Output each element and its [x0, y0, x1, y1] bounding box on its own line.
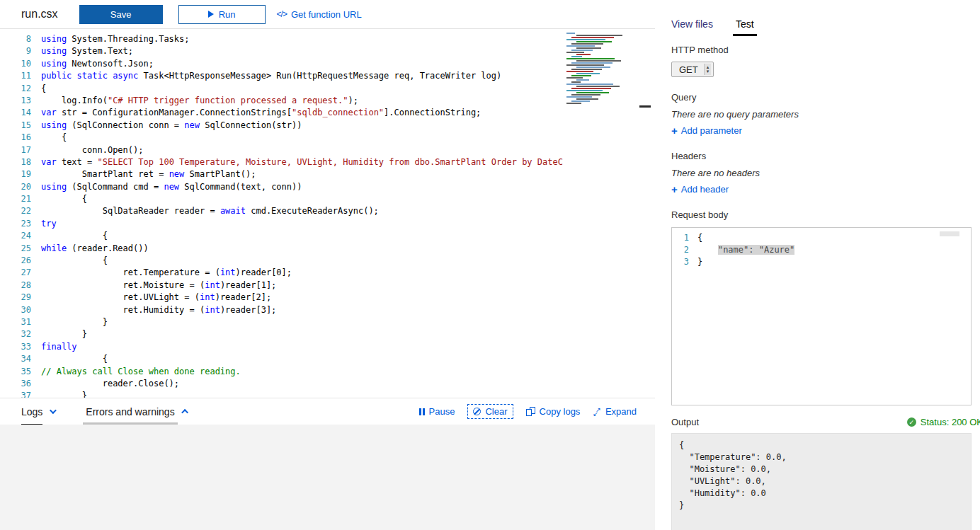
- code-line: 23try: [0, 218, 563, 230]
- code-line: 19 SmartPlant ret = new SmartPlant();: [0, 168, 563, 180]
- line-number: 19: [0, 168, 41, 180]
- line-content: reader.Close();: [41, 378, 179, 390]
- save-button[interactable]: Save: [79, 5, 163, 24]
- line-number: 9: [0, 45, 41, 57]
- line-number: 1: [672, 232, 697, 244]
- copy-logs-button[interactable]: Copy logs: [526, 406, 581, 417]
- line-number: 3: [672, 256, 697, 268]
- editor-scroll-decoration: [940, 231, 959, 236]
- line-number: 21: [0, 193, 41, 205]
- code-line: 24 {: [0, 230, 563, 242]
- line-content: {: [41, 353, 108, 365]
- expand-icon: ↗↙: [593, 408, 601, 416]
- tab-errors-warnings[interactable]: Errors and warnings: [86, 406, 188, 417]
- line-number: 37: [0, 390, 41, 398]
- plus-icon: +: [671, 185, 678, 194]
- code-line: 33finally: [0, 341, 563, 353]
- tab-test[interactable]: Test: [736, 18, 754, 30]
- line-number: 15: [0, 120, 41, 132]
- copy-icon: [526, 407, 535, 416]
- code-line: 36 reader.Close();: [0, 378, 563, 390]
- request-body-editor[interactable]: 1{2 "name": "Azure"3}: [671, 227, 972, 405]
- output-label: Output: [671, 417, 699, 427]
- line-number: 17: [0, 144, 41, 156]
- line-number: 14: [0, 107, 41, 119]
- expand-button[interactable]: ↗↙ Expand: [593, 406, 637, 417]
- line-content: {: [41, 230, 108, 242]
- line-content: while (reader.Read()): [41, 243, 149, 255]
- code-line: 37 }: [0, 390, 563, 398]
- line-content: }: [41, 390, 87, 398]
- pause-button[interactable]: Pause: [419, 406, 455, 417]
- line-number: 25: [0, 243, 41, 255]
- code-editor[interactable]: 8using System.Threading.Tasks;9using Sys…: [0, 28, 655, 398]
- line-number: 23: [0, 218, 41, 230]
- add-parameter-label: Add parameter: [681, 125, 742, 136]
- add-header-button[interactable]: + Add header: [671, 184, 729, 195]
- run-button-label: Run: [219, 9, 236, 20]
- code-line: 30 ret.Humidity = (int)reader[3];: [0, 304, 563, 316]
- line-content: var str = ConfigurationManager.Connectio…: [41, 107, 481, 119]
- line-content: ret.Moisture = (int)reader[1];: [41, 280, 276, 292]
- output-header: Output ✓ Status: 200 OK: [671, 417, 972, 427]
- line-content: using System.Threading.Tasks;: [41, 33, 190, 45]
- expand-label: Expand: [605, 406, 637, 417]
- http-method-select[interactable]: GET ▴▾: [671, 62, 714, 77]
- code-line: 21 {: [0, 193, 563, 205]
- status-badge: ✓ Status: 200 OK: [907, 417, 980, 427]
- line-content: SmartPlant ret = new SmartPlant();: [41, 168, 256, 180]
- line-number: 8: [0, 33, 41, 45]
- line-content: }: [697, 256, 702, 268]
- line-content: ret.Humidity = (int)reader[3];: [41, 304, 276, 316]
- logs-output-area: [0, 425, 655, 530]
- scrollbar-handle[interactable]: [639, 105, 651, 108]
- errors-tab-label: Errors and warnings: [86, 406, 174, 417]
- tab-logs[interactable]: Logs: [21, 406, 55, 417]
- chevron-up-icon[interactable]: [181, 409, 188, 416]
- line-content: "name": "Azure": [697, 244, 794, 256]
- line-number: 32: [0, 328, 41, 340]
- logs-tab-label: Logs: [21, 406, 42, 417]
- line-content: {: [41, 83, 46, 95]
- logs-actions: Pause Clear Copy logs ↗↙ Expand: [419, 404, 637, 419]
- line-content: ret.Temperature = (int)reader[0];: [41, 267, 292, 279]
- code-line: 17 conn.Open();: [0, 144, 563, 156]
- line-number: 35: [0, 366, 41, 378]
- run-button[interactable]: Run: [178, 5, 266, 24]
- code-line: 14var str = ConfigurationManager.Connect…: [0, 107, 563, 119]
- plus-icon: +: [671, 126, 678, 135]
- code-lines: 8using System.Threading.Tasks;9using Sys…: [0, 33, 563, 398]
- toolbar: run.csx Save Run </> Get function URL: [0, 0, 655, 28]
- clear-label: Clear: [485, 406, 507, 417]
- line-number: 20: [0, 181, 41, 193]
- status-check-icon: ✓: [907, 417, 916, 427]
- minimap[interactable]: [566, 33, 620, 105]
- clear-button[interactable]: Clear: [467, 404, 513, 419]
- clear-icon: [473, 408, 481, 415]
- code-line: 10using Newtonsoft.Json;: [0, 58, 563, 70]
- line-content: {: [41, 193, 87, 205]
- code-line: 20using (SqlCommand cmd = new SqlCommand…: [0, 181, 563, 193]
- line-content: }: [41, 328, 87, 340]
- code-line: 34 {: [0, 353, 563, 365]
- request-body-line: 2 "name": "Azure": [672, 244, 971, 256]
- line-content: // Always call Close when done reading.: [41, 366, 241, 378]
- line-number: 27: [0, 267, 41, 279]
- get-function-url-link[interactable]: </> Get function URL: [277, 9, 362, 20]
- line-content: log.Info("C# HTTP trigger function proce…: [41, 95, 358, 107]
- line-content: ret.UVLight = (int)reader[2];: [41, 292, 271, 304]
- line-number: 11: [0, 70, 41, 82]
- status-text: Status: 200 OK: [921, 417, 980, 427]
- play-icon: [208, 11, 214, 18]
- add-parameter-button[interactable]: + Add parameter: [671, 125, 742, 136]
- chevron-down-icon[interactable]: [50, 407, 57, 414]
- line-content: using (SqlConnection conn = new SqlConne…: [41, 120, 302, 132]
- code-line: 18var text = "SELECT Top 100 Temperature…: [0, 156, 563, 168]
- line-number: 10: [0, 58, 41, 70]
- headers-label: Headers: [671, 151, 980, 161]
- request-body-line: 1{: [672, 232, 971, 244]
- line-content: var text = "SELECT Top 100 Temperature, …: [41, 156, 563, 168]
- line-number: 28: [0, 280, 41, 292]
- headers-empty-text: There are no headers: [671, 168, 980, 178]
- tab-view-files[interactable]: View files: [671, 18, 713, 30]
